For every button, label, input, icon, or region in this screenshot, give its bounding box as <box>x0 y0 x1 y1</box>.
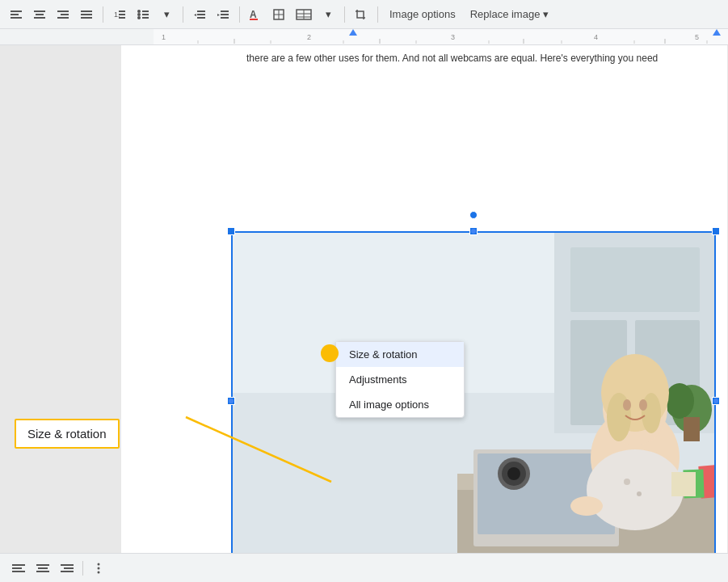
separator-1 <box>103 6 103 23</box>
callout-pointer-dot <box>321 344 339 362</box>
svg-text:5: 5 <box>695 33 699 41</box>
svg-rect-96 <box>36 571 49 572</box>
selected-image[interactable] <box>231 231 716 553</box>
svg-rect-28 <box>221 17 229 19</box>
svg-marker-25 <box>194 14 196 16</box>
anchor-dot-top <box>471 229 476 234</box>
svg-rect-3 <box>34 11 45 12</box>
svg-rect-22 <box>197 11 205 12</box>
svg-point-77 <box>642 393 661 433</box>
svg-rect-98 <box>64 567 74 569</box>
separator-3 <box>239 6 240 23</box>
svg-rect-6 <box>57 11 69 12</box>
handle-top-right[interactable] <box>712 227 720 235</box>
image-options-btn[interactable]: Image options <box>383 5 462 23</box>
svg-rect-99 <box>61 571 74 572</box>
ruler: 1 2 3 4 5 <box>0 29 728 45</box>
svg-rect-21 <box>142 17 149 19</box>
format-group: A ▾ <box>245 3 339 26</box>
unordered-list-btn[interactable] <box>132 3 154 26</box>
svg-rect-24 <box>197 17 205 19</box>
svg-rect-11 <box>81 17 92 19</box>
svg-point-16 <box>137 10 141 13</box>
bottom-separator <box>82 561 83 576</box>
replace-image-btn[interactable]: Replace image ▾ <box>464 5 556 23</box>
svg-rect-0 <box>11 11 22 12</box>
list-options-btn[interactable]: ▾ <box>155 3 178 26</box>
ordered-list-btn[interactable]: 1. <box>108 3 131 26</box>
svg-point-83 <box>570 496 603 516</box>
indent-increase-btn[interactable] <box>212 3 234 26</box>
bottom-align-right-btn[interactable] <box>57 558 78 579</box>
svg-rect-14 <box>119 14 125 15</box>
menu-item-adjustments[interactable]: Adjustments <box>336 367 464 392</box>
image-photo <box>231 231 716 553</box>
menu-item-size-rotation[interactable]: Size & rotation <box>336 342 464 367</box>
image-toolbar: 1. ▾ <box>0 0 728 29</box>
svg-rect-23 <box>197 14 205 15</box>
svg-point-67 <box>665 383 694 419</box>
list-group: 1. ▾ <box>108 3 178 26</box>
text-border-btn[interactable] <box>268 3 291 26</box>
svg-rect-26 <box>221 11 229 12</box>
svg-rect-15 <box>119 17 125 19</box>
highlight-btn[interactable]: A <box>245 3 267 26</box>
svg-rect-2 <box>11 17 22 19</box>
separator-5 <box>377 6 378 23</box>
svg-text:4: 4 <box>594 33 598 41</box>
svg-point-86 <box>507 467 520 480</box>
anchor-dot-right <box>713 399 718 403</box>
svg-rect-19 <box>142 11 149 12</box>
svg-rect-7 <box>61 14 69 15</box>
indent-decrease-btn[interactable] <box>188 3 211 26</box>
svg-rect-20 <box>142 14 149 15</box>
svg-rect-9 <box>81 11 92 12</box>
svg-rect-40 <box>154 29 728 45</box>
page-area: there are a few other uses for them. And… <box>0 45 728 553</box>
svg-rect-93 <box>12 571 25 572</box>
align-justify-btn[interactable] <box>75 3 98 26</box>
svg-point-78 <box>623 399 631 411</box>
svg-marker-29 <box>217 14 220 16</box>
svg-point-100 <box>98 563 100 565</box>
page-text: there are a few other uses for them. And… <box>246 52 719 65</box>
svg-rect-10 <box>81 14 92 15</box>
svg-rect-4 <box>36 14 44 15</box>
table-options-btn[interactable] <box>292 3 316 26</box>
text-align-group <box>5 3 98 26</box>
table-more-btn[interactable]: ▾ <box>317 3 339 26</box>
svg-rect-8 <box>57 17 69 19</box>
bottom-toolbar <box>0 553 728 582</box>
bottom-more-btn[interactable] <box>88 558 109 579</box>
svg-point-80 <box>587 449 684 530</box>
svg-rect-89 <box>671 472 696 496</box>
svg-text:2: 2 <box>307 33 311 41</box>
handle-top-left[interactable] <box>227 227 235 235</box>
svg-text:A: A <box>250 9 257 20</box>
rotation-handle[interactable] <box>469 211 478 219</box>
svg-rect-94 <box>36 564 49 566</box>
context-menu: Size & rotation Adjustments All image op… <box>335 341 465 418</box>
svg-rect-1 <box>11 14 19 15</box>
callout-tooltip: Size & rotation <box>15 419 120 449</box>
svg-rect-63 <box>570 247 700 312</box>
bottom-align-left-btn[interactable] <box>8 558 29 579</box>
svg-rect-27 <box>221 14 229 15</box>
indent-group <box>188 3 234 26</box>
svg-rect-95 <box>38 567 48 569</box>
bottom-align-center-btn[interactable] <box>32 558 53 579</box>
svg-point-79 <box>639 399 647 411</box>
menu-item-all-options[interactable]: All image options <box>336 392 464 417</box>
svg-point-18 <box>137 16 141 19</box>
svg-point-82 <box>637 491 642 496</box>
align-center-btn[interactable] <box>28 3 51 26</box>
svg-rect-5 <box>34 17 45 19</box>
svg-rect-68 <box>684 417 700 441</box>
separator-2 <box>183 6 183 23</box>
separator-4 <box>344 6 345 23</box>
svg-rect-39 <box>0 29 154 45</box>
crop-btn[interactable] <box>350 3 372 26</box>
align-right-btn[interactable] <box>52 3 74 26</box>
svg-rect-13 <box>119 11 125 12</box>
align-left-btn[interactable] <box>5 3 27 26</box>
